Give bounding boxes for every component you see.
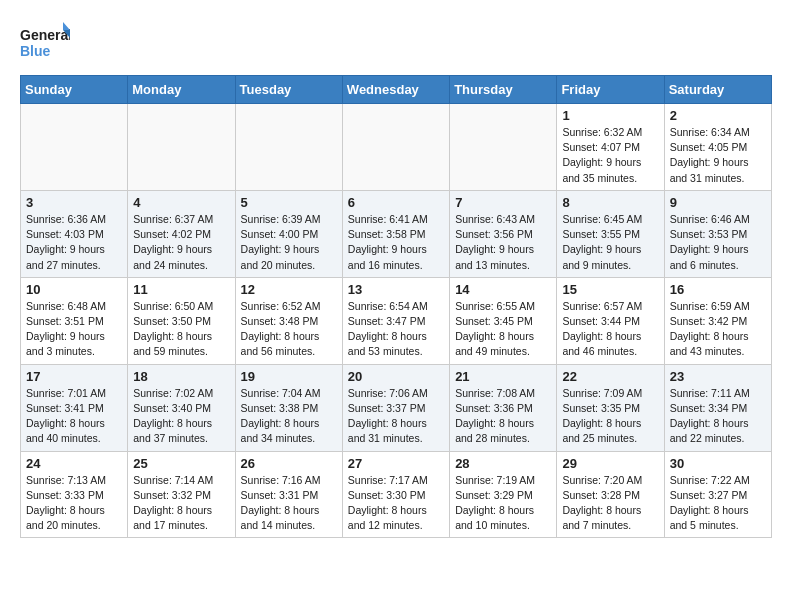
day-number: 8 [562,195,658,210]
calendar-cell: 24Sunrise: 7:13 AM Sunset: 3:33 PM Dayli… [21,451,128,538]
day-info: Sunrise: 6:45 AM Sunset: 3:55 PM Dayligh… [562,212,658,273]
svg-text:Blue: Blue [20,43,51,59]
calendar-cell [128,104,235,191]
day-number: 11 [133,282,229,297]
day-number: 10 [26,282,122,297]
calendar-cell: 26Sunrise: 7:16 AM Sunset: 3:31 PM Dayli… [235,451,342,538]
day-info: Sunrise: 6:59 AM Sunset: 3:42 PM Dayligh… [670,299,766,360]
day-number: 6 [348,195,444,210]
calendar-row: 10Sunrise: 6:48 AM Sunset: 3:51 PM Dayli… [21,277,772,364]
day-info: Sunrise: 6:52 AM Sunset: 3:48 PM Dayligh… [241,299,337,360]
day-info: Sunrise: 6:43 AM Sunset: 3:56 PM Dayligh… [455,212,551,273]
day-number: 18 [133,369,229,384]
logo: General Blue [20,20,70,65]
calendar-cell: 4Sunrise: 6:37 AM Sunset: 4:02 PM Daylig… [128,190,235,277]
calendar-cell [342,104,449,191]
calendar-table: SundayMondayTuesdayWednesdayThursdayFrid… [20,75,772,538]
calendar-cell: 20Sunrise: 7:06 AM Sunset: 3:37 PM Dayli… [342,364,449,451]
day-number: 27 [348,456,444,471]
day-number: 26 [241,456,337,471]
calendar-cell: 29Sunrise: 7:20 AM Sunset: 3:28 PM Dayli… [557,451,664,538]
logo-svg: General Blue [20,20,70,65]
day-info: Sunrise: 7:22 AM Sunset: 3:27 PM Dayligh… [670,473,766,534]
calendar-cell: 12Sunrise: 6:52 AM Sunset: 3:48 PM Dayli… [235,277,342,364]
day-info: Sunrise: 7:11 AM Sunset: 3:34 PM Dayligh… [670,386,766,447]
day-number: 12 [241,282,337,297]
calendar-row: 24Sunrise: 7:13 AM Sunset: 3:33 PM Dayli… [21,451,772,538]
day-info: Sunrise: 6:41 AM Sunset: 3:58 PM Dayligh… [348,212,444,273]
day-info: Sunrise: 6:39 AM Sunset: 4:00 PM Dayligh… [241,212,337,273]
calendar-row: 1Sunrise: 6:32 AM Sunset: 4:07 PM Daylig… [21,104,772,191]
calendar-cell: 16Sunrise: 6:59 AM Sunset: 3:42 PM Dayli… [664,277,771,364]
day-info: Sunrise: 7:06 AM Sunset: 3:37 PM Dayligh… [348,386,444,447]
day-info: Sunrise: 7:08 AM Sunset: 3:36 PM Dayligh… [455,386,551,447]
day-info: Sunrise: 6:55 AM Sunset: 3:45 PM Dayligh… [455,299,551,360]
day-number: 16 [670,282,766,297]
day-number: 19 [241,369,337,384]
day-number: 9 [670,195,766,210]
day-number: 17 [26,369,122,384]
col-header-thursday: Thursday [450,76,557,104]
calendar-cell: 30Sunrise: 7:22 AM Sunset: 3:27 PM Dayli… [664,451,771,538]
day-number: 1 [562,108,658,123]
day-number: 14 [455,282,551,297]
day-info: Sunrise: 6:36 AM Sunset: 4:03 PM Dayligh… [26,212,122,273]
day-number: 4 [133,195,229,210]
svg-text:General: General [20,27,70,43]
day-number: 24 [26,456,122,471]
day-info: Sunrise: 7:16 AM Sunset: 3:31 PM Dayligh… [241,473,337,534]
page-header: General Blue [20,20,772,65]
day-number: 29 [562,456,658,471]
calendar-cell: 17Sunrise: 7:01 AM Sunset: 3:41 PM Dayli… [21,364,128,451]
calendar-cell: 7Sunrise: 6:43 AM Sunset: 3:56 PM Daylig… [450,190,557,277]
day-number: 30 [670,456,766,471]
day-number: 13 [348,282,444,297]
day-info: Sunrise: 6:37 AM Sunset: 4:02 PM Dayligh… [133,212,229,273]
calendar-cell: 14Sunrise: 6:55 AM Sunset: 3:45 PM Dayli… [450,277,557,364]
day-info: Sunrise: 7:09 AM Sunset: 3:35 PM Dayligh… [562,386,658,447]
day-number: 20 [348,369,444,384]
calendar-row: 17Sunrise: 7:01 AM Sunset: 3:41 PM Dayli… [21,364,772,451]
day-number: 5 [241,195,337,210]
day-info: Sunrise: 6:57 AM Sunset: 3:44 PM Dayligh… [562,299,658,360]
calendar-cell: 2Sunrise: 6:34 AM Sunset: 4:05 PM Daylig… [664,104,771,191]
day-info: Sunrise: 7:01 AM Sunset: 3:41 PM Dayligh… [26,386,122,447]
calendar-cell: 28Sunrise: 7:19 AM Sunset: 3:29 PM Dayli… [450,451,557,538]
col-header-friday: Friday [557,76,664,104]
day-info: Sunrise: 7:19 AM Sunset: 3:29 PM Dayligh… [455,473,551,534]
calendar-cell: 3Sunrise: 6:36 AM Sunset: 4:03 PM Daylig… [21,190,128,277]
col-header-wednesday: Wednesday [342,76,449,104]
day-info: Sunrise: 7:02 AM Sunset: 3:40 PM Dayligh… [133,386,229,447]
svg-marker-2 [63,22,70,30]
col-header-sunday: Sunday [21,76,128,104]
day-number: 3 [26,195,122,210]
calendar-cell: 13Sunrise: 6:54 AM Sunset: 3:47 PM Dayli… [342,277,449,364]
calendar-cell: 27Sunrise: 7:17 AM Sunset: 3:30 PM Dayli… [342,451,449,538]
calendar-cell: 1Sunrise: 6:32 AM Sunset: 4:07 PM Daylig… [557,104,664,191]
day-number: 21 [455,369,551,384]
col-header-tuesday: Tuesday [235,76,342,104]
calendar-cell: 18Sunrise: 7:02 AM Sunset: 3:40 PM Dayli… [128,364,235,451]
calendar-cell: 11Sunrise: 6:50 AM Sunset: 3:50 PM Dayli… [128,277,235,364]
day-info: Sunrise: 7:14 AM Sunset: 3:32 PM Dayligh… [133,473,229,534]
col-header-saturday: Saturday [664,76,771,104]
calendar-cell [450,104,557,191]
day-number: 15 [562,282,658,297]
calendar-cell: 8Sunrise: 6:45 AM Sunset: 3:55 PM Daylig… [557,190,664,277]
day-info: Sunrise: 6:34 AM Sunset: 4:05 PM Dayligh… [670,125,766,186]
calendar-cell: 6Sunrise: 6:41 AM Sunset: 3:58 PM Daylig… [342,190,449,277]
calendar-cell: 5Sunrise: 6:39 AM Sunset: 4:00 PM Daylig… [235,190,342,277]
day-info: Sunrise: 6:48 AM Sunset: 3:51 PM Dayligh… [26,299,122,360]
calendar-cell: 25Sunrise: 7:14 AM Sunset: 3:32 PM Dayli… [128,451,235,538]
day-number: 22 [562,369,658,384]
day-info: Sunrise: 7:13 AM Sunset: 3:33 PM Dayligh… [26,473,122,534]
calendar-cell [235,104,342,191]
day-info: Sunrise: 6:46 AM Sunset: 3:53 PM Dayligh… [670,212,766,273]
day-info: Sunrise: 6:54 AM Sunset: 3:47 PM Dayligh… [348,299,444,360]
calendar-cell: 9Sunrise: 6:46 AM Sunset: 3:53 PM Daylig… [664,190,771,277]
day-info: Sunrise: 7:04 AM Sunset: 3:38 PM Dayligh… [241,386,337,447]
day-info: Sunrise: 6:50 AM Sunset: 3:50 PM Dayligh… [133,299,229,360]
col-header-monday: Monday [128,76,235,104]
day-number: 23 [670,369,766,384]
day-info: Sunrise: 6:32 AM Sunset: 4:07 PM Dayligh… [562,125,658,186]
